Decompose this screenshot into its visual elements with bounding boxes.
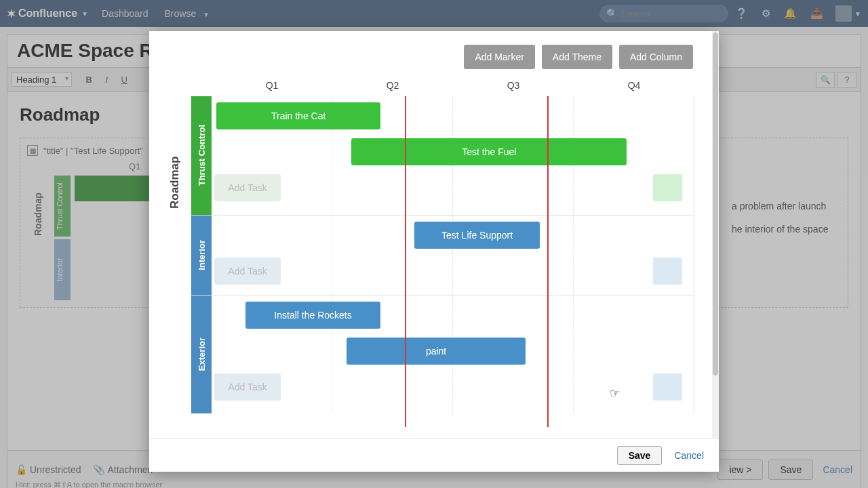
task-drop-target[interactable] (653, 174, 682, 201)
timeline-marker[interactable] (405, 96, 406, 427)
column-header[interactable]: Q1 (212, 80, 332, 96)
roadmap-grid: Q1Q2Q3Q4 Thrust ControlTrain the CatTest… (191, 80, 694, 431)
add-column-button[interactable]: Add Column (619, 45, 693, 69)
add-task-button[interactable]: Add Task (214, 258, 281, 285)
column-headers: Q1Q2Q3Q4 (191, 80, 694, 96)
task-drop-target[interactable] (653, 373, 682, 401)
task-bar[interactable]: Test the Fuel (351, 138, 627, 165)
lane-body[interactable]: Train the CatTest the FuelAdd Task (212, 96, 694, 215)
lane-exterior: ExteriorInstall the RocketspaintAdd Task (191, 295, 694, 413)
lanes-container: Thrust ControlTrain the CatTest the Fuel… (191, 96, 694, 431)
lane-label[interactable]: Interior (191, 216, 212, 295)
lane-interior: InteriorTest Life SupportAdd Task (191, 215, 694, 295)
lane-body[interactable]: Install the RocketspaintAdd Task (212, 296, 694, 413)
modal-footer: Save Cancel (149, 438, 719, 472)
roadmap-vlabel: Roadmap (168, 157, 182, 209)
lane-label[interactable]: Exterior (191, 296, 212, 413)
lane-label[interactable]: Thrust Control (191, 96, 212, 215)
column-header[interactable]: Q3 (453, 80, 574, 96)
column-header[interactable]: Q2 (332, 80, 453, 96)
task-bar[interactable]: Train the Cat (216, 102, 380, 129)
add-marker-button[interactable]: Add Marker (464, 45, 534, 69)
modal-save-button[interactable]: Save (617, 446, 663, 465)
add-theme-button[interactable]: Add Theme (542, 45, 612, 69)
lane-body[interactable]: Test Life SupportAdd Task (212, 216, 694, 295)
timeline-marker[interactable] (547, 96, 549, 427)
modal-cancel-link[interactable]: Cancel (674, 450, 704, 461)
task-bar[interactable]: paint (347, 338, 525, 365)
column-header[interactable]: Q4 (574, 80, 694, 96)
roadmap-editor-modal: Add Marker Add Theme Add Column Roadmap … (149, 31, 719, 472)
task-bar[interactable]: Install the Rockets (245, 302, 380, 329)
lane-thrust-control: Thrust ControlTrain the CatTest the Fuel… (191, 96, 694, 215)
roadmap-canvas: Roadmap Q1Q2Q3Q4 Thrust ControlTrain the… (149, 73, 719, 438)
add-task-button[interactable]: Add Task (214, 174, 281, 201)
task-bar[interactable]: Test Life Support (414, 222, 540, 249)
task-drop-target[interactable] (653, 258, 682, 285)
add-task-button[interactable]: Add Task (214, 373, 281, 401)
modal-action-bar: Add Marker Add Theme Add Column (149, 31, 719, 73)
